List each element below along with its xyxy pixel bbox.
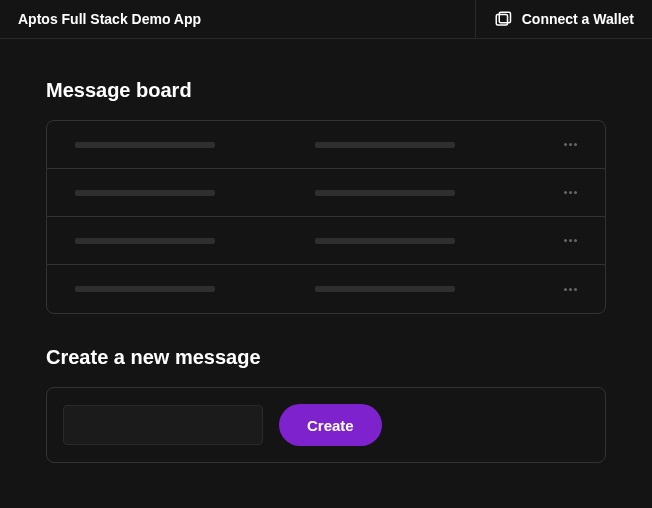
skeleton-placeholder	[75, 142, 215, 148]
more-icon[interactable]	[564, 239, 577, 242]
message-row	[47, 169, 605, 217]
message-row	[47, 217, 605, 265]
skeleton-placeholder	[315, 190, 455, 196]
skeleton-placeholder	[315, 238, 455, 244]
app-header: Aptos Full Stack Demo App Connect a Wall…	[0, 0, 652, 39]
app-title: Aptos Full Stack Demo App	[18, 11, 201, 27]
message-row	[47, 121, 605, 169]
board-title: Message board	[46, 79, 606, 102]
wallet-icon	[494, 10, 512, 28]
more-icon[interactable]	[564, 191, 577, 194]
more-icon[interactable]	[564, 288, 577, 291]
skeleton-placeholder	[315, 286, 455, 292]
skeleton-placeholder	[75, 190, 215, 196]
message-board	[46, 120, 606, 314]
create-button[interactable]: Create	[279, 404, 382, 446]
skeleton-placeholder	[75, 286, 215, 292]
message-input[interactable]	[63, 405, 263, 445]
skeleton-placeholder	[75, 238, 215, 244]
main-content: Message board	[0, 39, 652, 483]
create-box: Create	[46, 387, 606, 463]
more-icon[interactable]	[564, 143, 577, 146]
skeleton-placeholder	[315, 142, 455, 148]
connect-wallet-label: Connect a Wallet	[522, 11, 634, 27]
create-section: Create a new message Create	[46, 346, 606, 463]
create-title: Create a new message	[46, 346, 606, 369]
message-row	[47, 265, 605, 313]
connect-wallet-button[interactable]: Connect a Wallet	[475, 0, 652, 38]
